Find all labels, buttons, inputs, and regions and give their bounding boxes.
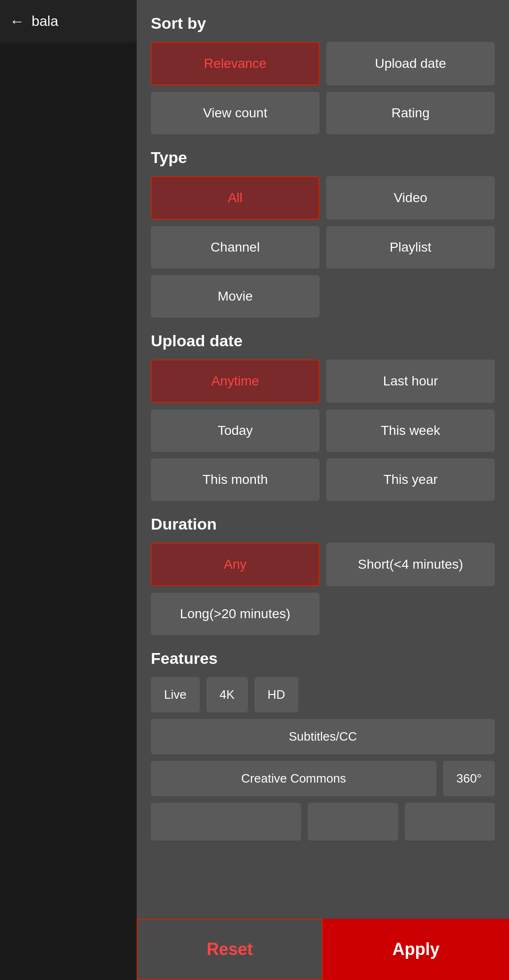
duration-short-button[interactable]: Short(<4 minutes)	[326, 543, 495, 586]
upload-date-section: Upload date Anytime Last hour Today This…	[151, 332, 495, 501]
feature-creative-commons-button[interactable]: Creative Commons	[151, 761, 436, 796]
type-buttons-row1: All Video Channel Playlist	[151, 176, 495, 269]
type-playlist-button[interactable]: Playlist	[326, 226, 495, 269]
back-icon: ←	[9, 13, 25, 30]
feature-4k-button[interactable]: 4K	[206, 677, 248, 712]
duration-section: Duration Any Short(<4 minutes) Long(>20 …	[151, 515, 495, 635]
features-row3: Creative Commons 360°	[151, 761, 495, 796]
duration-buttons-row2: Long(>20 minutes)	[151, 593, 495, 635]
sort-by-title: Sort by	[151, 14, 495, 33]
upload-date-buttons-row1: Anytime Last hour Today This week This m…	[151, 359, 495, 501]
type-title: Type	[151, 148, 495, 167]
sort-view-count-button[interactable]: View count	[151, 92, 320, 134]
features-title: Features	[151, 649, 495, 668]
upload-this-year-button[interactable]: This year	[326, 458, 495, 501]
feature-hd-button[interactable]: HD	[254, 677, 299, 712]
sort-relevance-button[interactable]: Relevance	[151, 42, 320, 85]
feature-live-button[interactable]: Live	[151, 677, 200, 712]
type-buttons-row2: Movie	[151, 275, 495, 318]
filter-panel: Sort by Relevance Upload date View count…	[137, 0, 509, 980]
filter-content: Sort by Relevance Upload date View count…	[137, 0, 509, 919]
features-section: Features Live 4K HD Subtitles/CC Creativ…	[151, 649, 495, 841]
features-more-row	[151, 803, 495, 841]
type-channel-button[interactable]: Channel	[151, 226, 320, 269]
sort-upload-date-button[interactable]: Upload date	[326, 42, 495, 85]
upload-this-week-button[interactable]: This week	[326, 409, 495, 452]
type-movie-button[interactable]: Movie	[151, 275, 320, 318]
features-row1: Live 4K HD	[151, 677, 495, 712]
upload-date-title: Upload date	[151, 332, 495, 350]
upload-today-button[interactable]: Today	[151, 409, 320, 452]
duration-any-button[interactable]: Any	[151, 543, 320, 586]
sort-by-section: Sort by Relevance Upload date View count…	[151, 14, 495, 134]
features-row2: Subtitles/CC	[151, 719, 495, 754]
upload-anytime-button[interactable]: Anytime	[151, 359, 320, 403]
search-query: bala	[32, 13, 58, 29]
sort-by-buttons: Relevance Upload date View count Rating	[151, 42, 495, 134]
sort-rating-button[interactable]: Rating	[326, 92, 495, 134]
feature-360-button[interactable]: 360°	[443, 761, 495, 796]
feature-placeholder-1	[151, 803, 301, 841]
type-video-button[interactable]: Video	[326, 176, 495, 220]
upload-this-month-button[interactable]: This month	[151, 458, 320, 501]
feature-placeholder-2	[308, 803, 398, 841]
upload-last-hour-button[interactable]: Last hour	[326, 359, 495, 403]
type-section: Type All Video Channel Playlist Movie	[151, 148, 495, 318]
duration-buttons-row1: Any Short(<4 minutes)	[151, 543, 495, 586]
apply-button[interactable]: Apply	[323, 919, 509, 980]
feature-placeholder-3	[405, 803, 495, 841]
type-all-button[interactable]: All	[151, 176, 320, 220]
duration-long-button[interactable]: Long(>20 minutes)	[151, 593, 320, 635]
duration-title: Duration	[151, 515, 495, 533]
feature-subtitles-button[interactable]: Subtitles/CC	[151, 719, 495, 754]
reset-button[interactable]: Reset	[137, 919, 323, 980]
background-list	[0, 0, 137, 980]
bottom-buttons: Reset Apply	[137, 919, 509, 980]
